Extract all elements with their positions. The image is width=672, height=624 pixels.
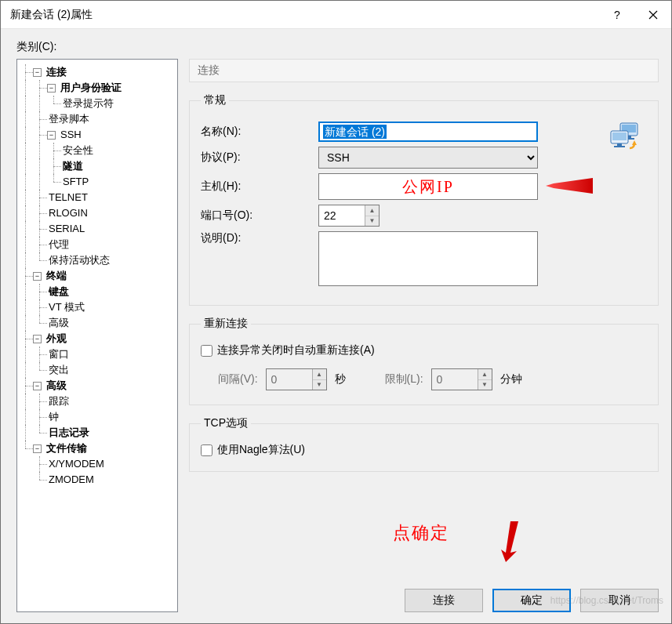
reconnect-checkbox[interactable]	[201, 345, 212, 357]
tree-trace[interactable]: 跟踪	[19, 394, 176, 409]
tree-keepalive[interactable]: 保持活动状态	[19, 252, 176, 268]
svg-rect-6	[617, 143, 622, 146]
connect-button[interactable]: 连接	[405, 589, 483, 612]
tree-terminal[interactable]: − 终端	[19, 268, 176, 284]
interval-value	[267, 369, 312, 390]
spin-up-icon: ▲	[478, 369, 492, 380]
tree-advanced-term[interactable]: 高级	[19, 315, 176, 331]
tree-login-script[interactable]: 登录脚本	[19, 111, 176, 127]
tree-keyboard[interactable]: 键盘	[19, 284, 176, 299]
limit-value	[432, 369, 478, 390]
port-spinner[interactable]: ▲▼	[318, 205, 380, 227]
svg-marker-10	[501, 521, 518, 562]
close-icon	[648, 10, 658, 20]
settings-pane: 连接 常规	[189, 59, 659, 612]
nagle-checkbox[interactable]	[201, 444, 212, 456]
name-input[interactable]: 新建会话 (2)	[318, 122, 538, 142]
host-placeholder: 公网IP	[402, 176, 454, 198]
tree-vtmode[interactable]: VT 模式	[19, 299, 176, 315]
group-general-legend: 常规	[201, 93, 229, 107]
nagle-label: 使用Nagle算法(U)	[217, 443, 305, 457]
window-title: 新建会话 (2)属性	[10, 8, 599, 22]
help-button[interactable]: ?	[599, 1, 635, 29]
group-reconnect: 重新连接 连接异常关闭时自动重新连接(A) 间隔(V): ▲▼ 秒	[189, 317, 659, 405]
name-label: 名称(N):	[201, 125, 318, 139]
reconnect-label: 连接异常关闭时自动重新连接(A)	[217, 343, 375, 357]
category-tree[interactable]: − 连接 − 用户身份验证	[16, 59, 178, 612]
svg-rect-7	[614, 146, 625, 147]
port-label: 端口号(O):	[201, 209, 318, 223]
protocol-select[interactable]: SSH	[318, 147, 538, 169]
tree-serial[interactable]: SERIAL	[19, 221, 176, 237]
desc-textarea[interactable]	[318, 231, 538, 286]
tree-security[interactable]: 安全性	[19, 143, 176, 158]
limit-unit: 分钟	[500, 372, 522, 386]
tree-xymodem[interactable]: X/YMODEM	[19, 456, 176, 472]
tree-zmodem[interactable]: ZMODEM	[19, 472, 176, 488]
group-tcp: TCP选项 使用Nagle算法(U)	[189, 416, 659, 472]
tree-window[interactable]: 窗口	[19, 346, 176, 362]
spin-up-icon[interactable]: ▲	[365, 205, 379, 216]
tree-bell[interactable]: 钟	[19, 409, 176, 425]
tree-highlight[interactable]: 突出	[19, 362, 176, 378]
collapse-icon[interactable]: −	[33, 335, 42, 343]
interval-unit: 秒	[335, 372, 346, 386]
collapse-icon[interactable]: −	[33, 382, 42, 390]
nagle-checkbox-row[interactable]: 使用Nagle算法(U)	[201, 443, 647, 457]
tree-filetransfer[interactable]: − 文件传输	[19, 441, 176, 456]
category-label: 类别(C):	[16, 40, 659, 54]
cancel-button[interactable]: 取消	[580, 589, 659, 612]
dialog-window: 新建会话 (2)属性 ? 类别(C): − 连接	[0, 0, 672, 624]
svg-rect-5	[612, 132, 627, 140]
close-button[interactable]	[635, 1, 671, 29]
spin-down-icon: ▼	[478, 380, 492, 390]
tree-tunnel[interactable]: 隧道	[19, 158, 176, 174]
ok-button[interactable]: 确定	[492, 589, 571, 612]
tree-user-auth[interactable]: − 用户身份验证	[19, 80, 176, 96]
spin-down-icon: ▼	[313, 380, 326, 390]
collapse-icon[interactable]: −	[33, 68, 42, 77]
limit-label: 限制(L):	[385, 372, 423, 386]
group-reconnect-legend: 重新连接	[201, 317, 251, 331]
collapse-icon[interactable]: −	[33, 272, 42, 281]
desc-label: 说明(D):	[201, 231, 318, 245]
title-bar: 新建会话 (2)属性 ?	[1, 1, 671, 29]
tree-proxy[interactable]: 代理	[19, 237, 176, 252]
name-value: 新建会话 (2)	[323, 125, 387, 139]
arrow-down-icon	[495, 521, 518, 562]
tree-advanced[interactable]: − 高级	[19, 378, 176, 394]
tree-ssh[interactable]: − SSH	[19, 127, 176, 143]
collapse-icon[interactable]: −	[47, 131, 56, 140]
svg-marker-8	[632, 140, 637, 145]
tree-rlogin[interactable]: RLOGIN	[19, 205, 176, 221]
columns: − 连接 − 用户身份验证	[16, 59, 659, 612]
tree-connection[interactable]: − 连接	[19, 64, 176, 80]
collapse-icon[interactable]: −	[33, 444, 42, 453]
collapse-icon[interactable]: −	[47, 84, 56, 93]
interval-spinner: ▲▼	[266, 368, 327, 390]
spin-down-icon[interactable]: ▼	[365, 216, 379, 227]
svg-marker-9	[546, 178, 593, 194]
dialog-body: 类别(C): − 连接	[1, 29, 671, 623]
button-row: 连接 确定 取消	[189, 579, 659, 612]
computers-icon	[609, 122, 644, 156]
tree-telnet[interactable]: TELNET	[19, 190, 176, 205]
tree-logging[interactable]: 日志记录	[19, 425, 176, 441]
click-ok-annotation: 点确定	[393, 521, 449, 545]
arrow-annotation-icon	[546, 176, 593, 195]
group-general: 常规	[189, 93, 659, 306]
host-input[interactable]: 公网IP	[318, 173, 538, 200]
limit-spinner: ▲▼	[431, 368, 492, 390]
port-value[interactable]	[319, 205, 365, 226]
interval-label: 间隔(V):	[218, 372, 258, 386]
host-label: 主机(H):	[201, 180, 318, 194]
panel-header: 连接	[189, 59, 659, 82]
tree-sftp[interactable]: SFTP	[19, 174, 176, 190]
group-tcp-legend: TCP选项	[201, 416, 251, 430]
protocol-label: 协议(P):	[201, 151, 318, 165]
reconnect-checkbox-row[interactable]: 连接异常关闭时自动重新连接(A)	[201, 343, 647, 357]
spin-up-icon: ▲	[313, 369, 326, 380]
tree-appearance[interactable]: − 外观	[19, 331, 176, 346]
tree-login-prompt[interactable]: 登录提示符	[19, 96, 176, 111]
